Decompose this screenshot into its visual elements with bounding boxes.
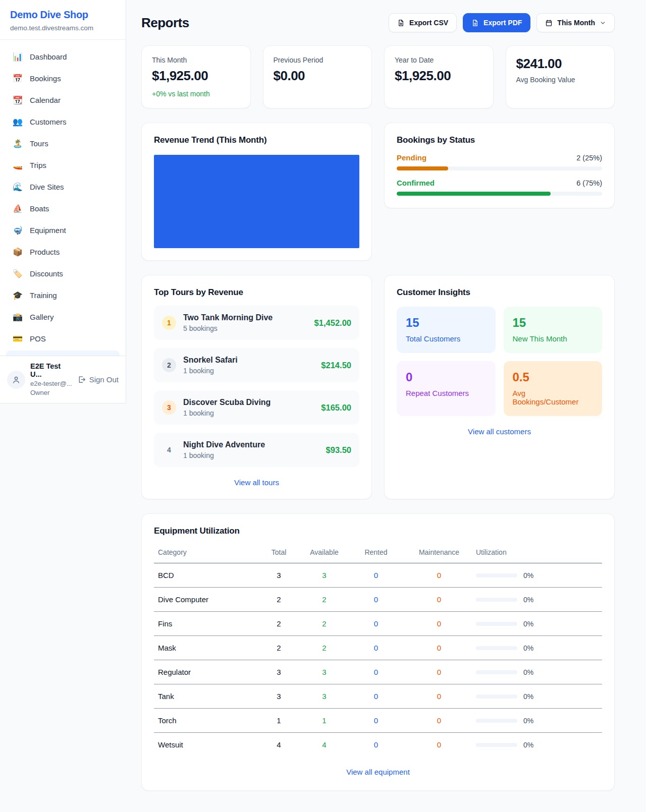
status-count: 6 (75%) (576, 179, 602, 187)
utilization-cell: 0% (476, 644, 598, 652)
sidebar-item-dashboard[interactable]: 📊 Dashboard (6, 46, 120, 68)
tour-name: Two Tank Morning Dive (183, 313, 307, 322)
sign-out-button[interactable]: Sign Out (77, 375, 119, 384)
sidebar-item-equipment[interactable]: 🤿 Equipment (6, 219, 120, 241)
stat-label: Year to Date (395, 56, 483, 64)
utilization-cell: 0% (476, 668, 598, 676)
tile-repeat-customers: 0 Repeat Customers (397, 361, 496, 416)
sidebar-nav: 📊 Dashboard 📅 Bookings 📆 Calendar 👥 Cust… (0, 40, 126, 350)
tour-name: Snorkel Safari (183, 356, 314, 365)
calendar-icon (545, 19, 553, 27)
equipment-table: Category Total Available Rented Maintena… (154, 543, 602, 757)
export-pdf-button[interactable]: Export PDF (463, 13, 530, 32)
utilization-bar (476, 670, 517, 674)
tile-label: New This Month (513, 334, 594, 343)
period-select[interactable]: This Month (536, 13, 615, 32)
table-row: Mask 2 2 0 0 0% (154, 636, 602, 660)
stat-card-previous-period: Previous Period $0.00 (263, 45, 372, 108)
shop-name[interactable]: Demo Dive Shop (10, 9, 116, 21)
sidebar-item-label: Bookings (30, 74, 61, 83)
page-header: Reports Export CSV Export PDF (141, 13, 615, 32)
sign-out-label: Sign Out (89, 375, 119, 384)
col-rented: Rented (346, 543, 406, 563)
table-row: BCD 3 3 0 0 0% (154, 563, 602, 588)
tile-label: Avg Bookings/Customer (513, 389, 594, 406)
sidebar-item-training[interactable]: 🎓 Training (6, 284, 120, 306)
tour-revenue: $93.50 (326, 445, 351, 455)
sidebar-item-reports-partial[interactable] (6, 351, 120, 356)
sidebar-item-pos[interactable]: 💳 POS (6, 328, 120, 350)
view-all-equipment-link[interactable]: View all equipment (154, 768, 602, 776)
stats-row: This Month $1,925.00 +0% vs last month P… (141, 45, 615, 108)
sidebar-item-boats[interactable]: ⛵ Boats (6, 198, 120, 219)
view-all-customers-link[interactable]: View all customers (397, 427, 602, 436)
graduation-cap-icon: 🎓 (12, 291, 23, 300)
user-panel: E2E Test U... e2e-tester@... Owner Sign … (0, 356, 126, 403)
tag-icon: 🏷️ (12, 269, 23, 278)
status-label: Pending (397, 153, 426, 162)
tour-row: 4 Night Dive Adventure 1 booking $93.50 (154, 433, 359, 467)
file-download-icon (397, 19, 405, 27)
insights-row: Top Tours by Revenue 1 Two Tank Morning … (141, 275, 615, 499)
wave-icon: 🌊 (12, 182, 23, 192)
sailboat-icon: ⛵ (12, 204, 23, 213)
tour-revenue: $1,452.00 (314, 318, 351, 328)
sidebar-item-tours[interactable]: 🏝️ Tours (6, 133, 120, 154)
bookings-by-status-card: Bookings by Status Pending 2 (25%) Confi… (384, 123, 615, 208)
sidebar-item-label: Discounts (30, 269, 63, 278)
status-label: Confirmed (397, 179, 435, 187)
sidebar-item-dive-sites[interactable]: 🌊 Dive Sites (6, 176, 120, 198)
tile-total-customers: 15 Total Customers (397, 307, 496, 353)
utilization-bar (476, 694, 517, 699)
stat-value: $0.00 (274, 68, 362, 84)
tile-avg-bookings-customer: 0.5 Avg Bookings/Customer (504, 361, 603, 416)
utilization-bar (476, 622, 517, 626)
utilization-cell: 0% (476, 692, 598, 701)
package-icon: 📦 (12, 247, 23, 257)
export-csv-button[interactable]: Export CSV (389, 13, 457, 32)
file-download-icon (471, 19, 479, 27)
rank-badge: 2 (162, 358, 176, 372)
sidebar-item-discounts[interactable]: 🏷️ Discounts (6, 263, 120, 284)
sidebar-item-customers[interactable]: 👥 Customers (6, 111, 120, 133)
status-row-pending: Pending 2 (25%) (397, 153, 602, 170)
revenue-trend-chart (154, 155, 359, 248)
tour-bookings: 1 booking (183, 367, 314, 375)
diving-mask-icon: 🤿 (12, 225, 23, 235)
stat-delta: +0% vs last month (152, 90, 240, 98)
sidebar-item-gallery[interactable]: 📸 Gallery (6, 306, 120, 328)
avatar (7, 371, 25, 389)
sidebar-item-label: Customers (30, 118, 67, 126)
utilization-bar (476, 743, 517, 747)
stat-card-this-month: This Month $1,925.00 +0% vs last month (141, 45, 251, 108)
user-name: E2E Test U... (30, 362, 72, 378)
tour-bookings: 1 booking (183, 451, 319, 459)
utilization-bar (476, 598, 517, 602)
col-maintenance: Maintenance (406, 543, 472, 563)
utilization-cell: 0% (476, 596, 598, 604)
sidebar-item-calendar[interactable]: 📆 Calendar (6, 89, 120, 111)
user-email: e2e-tester@... (30, 379, 72, 388)
status-row-confirmed: Confirmed 6 (75%) (397, 179, 602, 196)
sidebar-item-products[interactable]: 📦 Products (6, 241, 120, 263)
tour-bookings: 5 bookings (183, 324, 307, 332)
table-row: Torch 1 1 0 0 0% (154, 709, 602, 733)
speedboat-icon: 🚤 (12, 160, 23, 170)
app: Demo Dive Shop demo.test.divestreams.com… (0, 0, 646, 812)
stat-card-year-to-date: Year to Date $1,925.00 (384, 45, 494, 108)
table-row: Wetsuit 4 4 0 0 0% (154, 733, 602, 757)
tour-row: 3 Discover Scuba Diving 1 booking $165.0… (154, 390, 359, 425)
view-all-tours-link[interactable]: View all tours (154, 478, 359, 487)
table-row: Regulator 3 3 0 0 0% (154, 660, 602, 684)
utilization-bar (476, 719, 517, 723)
stat-value: $1,925.00 (152, 68, 240, 84)
sidebar-item-trips[interactable]: 🚤 Trips (6, 154, 120, 176)
sidebar-item-label: Calendar (30, 96, 61, 104)
table-row: Fins 2 2 0 0 0% (154, 612, 602, 636)
sidebar-item-label: Equipment (30, 226, 66, 235)
sidebar-item-label: Training (30, 291, 57, 300)
charts-row: Revenue Trend (This Month) Bookings by S… (141, 123, 615, 261)
sidebar-item-bookings[interactable]: 📅 Bookings (6, 68, 120, 89)
status-progress-track (397, 192, 602, 196)
sidebar-item-label: Dashboard (30, 52, 67, 61)
